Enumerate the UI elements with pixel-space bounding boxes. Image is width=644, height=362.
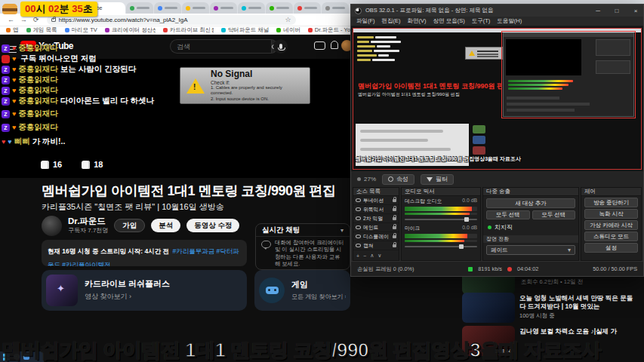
game-card-all[interactable]: 게임 모든 게임 찾아보기 › xyxy=(254,270,350,311)
menu-edit[interactable]: 편집(E) xyxy=(382,17,401,25)
select-all-button[interactable]: 모두 선택 xyxy=(486,210,530,219)
bookmark-favicon xyxy=(308,28,313,32)
hamburger-icon xyxy=(2,4,17,15)
bookmark-item[interactable]: 네이버 xyxy=(276,26,300,34)
forward-button[interactable]: → xyxy=(20,16,27,23)
start-recording-button[interactable]: 녹화 시작 xyxy=(584,209,638,219)
tab-favicon xyxy=(297,6,302,11)
browser-tab[interactable] xyxy=(266,2,293,14)
description-box[interactable]: 현재 16명 시청 중 스트리밍 시작: 4시간 전 #카리플무과금 #닥터파운… xyxy=(42,240,247,266)
browser-tab[interactable] xyxy=(238,2,265,14)
visibility-icon[interactable] xyxy=(356,207,361,211)
transition-select[interactable]: 페이드 ▾ xyxy=(486,245,575,255)
voice-search-button[interactable] xyxy=(273,39,288,54)
menu-scene-collection[interactable]: 장면 모음(S) xyxy=(433,17,465,25)
chat-line: Z♥중흥읽재다다이아몬드 벨리 다 하셋나 xyxy=(2,96,154,106)
recommended-title[interactable]: 김나영 보컬 차력쇼 모음 ♪|실제 가 xyxy=(519,327,640,336)
menu-tools[interactable]: 도구(T) xyxy=(472,17,491,25)
notifications-icon[interactable] xyxy=(331,41,338,49)
volume-slider[interactable] xyxy=(405,244,477,250)
browser-tab[interactable] xyxy=(182,2,209,14)
search-input[interactable] xyxy=(170,39,271,54)
lock-icon[interactable] xyxy=(393,226,396,229)
browse-videos-link[interactable]: 영상 찾아보기 › xyxy=(85,292,170,302)
move-down-button[interactable]: ∨ xyxy=(377,253,381,259)
minimize-button[interactable]: ─ xyxy=(590,5,605,17)
source-item[interactable]: 투네이션 xyxy=(353,196,399,205)
filters-button[interactable]: 필터 xyxy=(421,174,454,185)
visibility-icon[interactable] xyxy=(356,216,361,220)
obs-window: OBS 32.0.1 - 프로파일: 제목 없음 - 장면: 제목 없음 ─ □… xyxy=(350,4,644,277)
analytics-button[interactable]: 분석 xyxy=(151,219,180,232)
channel-avatar[interactable] xyxy=(42,216,62,236)
properties-button[interactable]: 속성 xyxy=(382,174,414,185)
no-signal-title: No Signal xyxy=(211,69,304,79)
volume-slider[interactable] xyxy=(405,216,477,222)
live-chat-header[interactable]: 실시간 채팅 ▾ xyxy=(256,224,350,237)
member-badge: Z xyxy=(2,110,10,118)
browser-tab[interactable] xyxy=(294,2,321,14)
bookmark-item[interactable]: 앱 xyxy=(6,26,19,34)
browser-tab[interactable] xyxy=(322,2,349,14)
bookmark-star-icon[interactable]: ☆ xyxy=(285,16,291,23)
recommended-title[interactable]: 오늘 엉청 노발해서 새벽 만땅 찍은 문돌 다 드겨져받다 | 10월 멋있는 xyxy=(519,294,640,310)
browser-tab[interactable] xyxy=(126,2,153,14)
channel-name[interactable]: Dr.파운드 xyxy=(68,216,108,226)
live-chat-message: 대화에 참여하여 크리에이터 및 이 실시간 스트리밍을 시청하는 다른 사용자… xyxy=(275,239,344,268)
bookmark-item[interactable]: 크리에이터 정산센터 xyxy=(105,26,156,34)
bookmark-favicon xyxy=(163,28,168,32)
heart-badge: ♥ xyxy=(12,87,16,94)
edit-video-button[interactable]: 동영상 수정 xyxy=(186,219,239,232)
source-item[interactable]: 위쪽믹서 xyxy=(353,205,399,214)
browser-tab[interactable] xyxy=(154,2,181,14)
close-button[interactable]: × xyxy=(628,5,643,17)
lock-icon[interactable] xyxy=(393,208,396,211)
heart-badge: ♥ xyxy=(12,44,16,52)
heart-badge: ♥ xyxy=(12,110,16,118)
lock-icon[interactable] xyxy=(393,244,396,247)
gear-icon xyxy=(388,176,393,182)
recommended-thumbnail[interactable] xyxy=(462,293,515,323)
browser-tab[interactable] xyxy=(210,2,237,14)
menu-file[interactable]: 파일(F) xyxy=(356,17,375,25)
lock-icon[interactable] xyxy=(393,235,396,238)
lock-icon[interactable] xyxy=(393,217,396,220)
stop-streaming-button[interactable]: 방송 중단하기 xyxy=(584,198,638,207)
lock-icon[interactable] xyxy=(393,199,396,202)
join-button[interactable]: 가입 xyxy=(114,219,145,232)
settings-button[interactable]: 설정 xyxy=(584,243,638,253)
visibility-icon[interactable] xyxy=(356,225,361,229)
add-target-button[interactable]: 새 대상 추가 xyxy=(486,198,575,208)
source-item[interactable]: 2차 믹멀 xyxy=(353,214,399,223)
stream-target-chzzk[interactable]: 치지직 xyxy=(488,222,574,232)
create-icon[interactable] xyxy=(314,41,325,50)
mic-icon xyxy=(279,44,282,49)
remove-source-button[interactable]: − xyxy=(363,253,366,259)
bookmark-item[interactable]: 닥터파운드 채널 xyxy=(221,26,270,34)
visibility-icon[interactable] xyxy=(356,235,361,238)
browse-games-link[interactable]: 모든 게임 찾아보기 › xyxy=(291,293,346,301)
chevron-down-icon[interactable]: ▾ xyxy=(340,227,344,234)
visibility-icon[interactable] xyxy=(356,244,361,247)
menu-help[interactable]: 도움말(H) xyxy=(497,17,522,25)
add-source-button[interactable]: + xyxy=(356,253,359,259)
bookmark-item[interactable]: 게임 목록 xyxy=(26,26,57,34)
visibility-icon[interactable] xyxy=(356,198,361,202)
game-card-rush[interactable]: 카드라이브 러쉬플러스 영상 찾아보기 › xyxy=(42,270,247,311)
studio-mode-button[interactable]: 스튜디오 모드 xyxy=(584,232,638,241)
member-badge: Z xyxy=(2,66,10,74)
menu-view[interactable]: 화면(V) xyxy=(408,17,427,25)
virtual-camera-button[interactable]: 가상 카메라 시작 xyxy=(584,220,638,230)
bookmark-item[interactable]: 마리모 TV xyxy=(65,26,97,34)
obs-preview-canvas[interactable]: 멤버쉽가입 아이템전 1대1 멘토링 코칭/990원 편집영상 멤버쉽가입 아이… xyxy=(353,29,641,169)
obs-titlebar[interactable]: OBS 32.0.1 - 프로파일: 제목 없음 - 장면: 제목 없음 ─ □… xyxy=(351,5,643,17)
select-all-button-2[interactable]: 모두 선택 xyxy=(532,210,576,219)
move-up-button[interactable]: ∧ xyxy=(370,253,374,259)
maximize-button[interactable]: □ xyxy=(609,5,624,17)
source-item[interactable]: 캡쳐 xyxy=(353,241,399,250)
source-item[interactable]: 디스플레이 xyxy=(353,232,399,241)
reload-button[interactable]: ⟳ xyxy=(33,16,39,23)
back-button[interactable]: ← xyxy=(8,16,14,23)
source-item[interactable]: 메인트 xyxy=(353,223,399,232)
bookmark-item[interactable]: 카드라이브 최신정보 xyxy=(163,26,214,34)
